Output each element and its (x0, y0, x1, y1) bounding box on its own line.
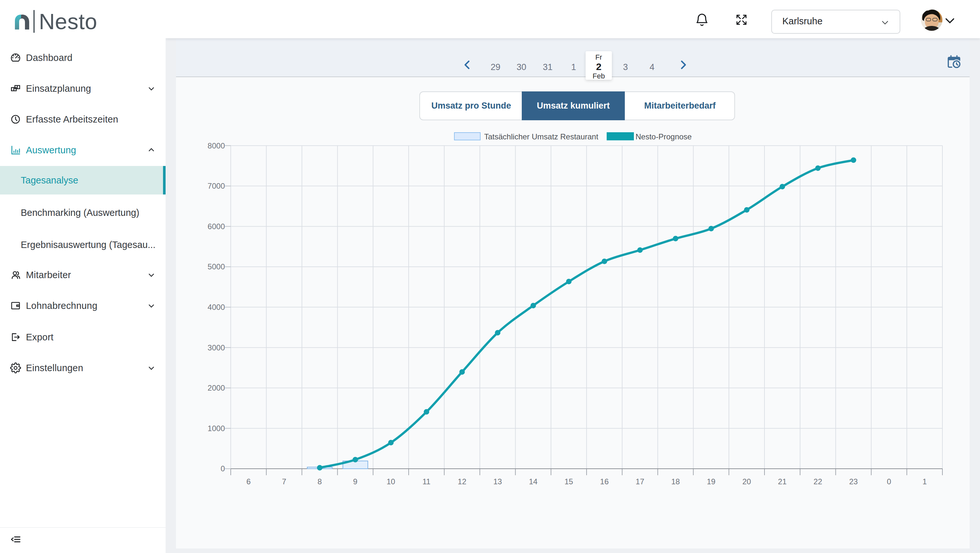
svg-text:8: 8 (318, 477, 322, 486)
svg-text:13: 13 (493, 477, 502, 486)
svg-text:Nesto: Nesto (39, 9, 97, 34)
svg-text:18: 18 (671, 477, 680, 486)
svg-text:2000: 2000 (208, 384, 225, 392)
svg-text:4000: 4000 (208, 303, 225, 311)
svg-text:6: 6 (246, 477, 250, 486)
svg-text:9: 9 (353, 477, 358, 486)
svg-text:3000: 3000 (208, 343, 225, 352)
svg-text:5000: 5000 (208, 262, 225, 271)
svg-text:7000: 7000 (208, 182, 225, 190)
svg-text:20: 20 (743, 477, 751, 486)
svg-text:19: 19 (707, 477, 716, 486)
svg-text:12: 12 (458, 477, 466, 486)
svg-text:16: 16 (600, 477, 609, 486)
svg-text:22: 22 (813, 477, 822, 486)
svg-text:1: 1 (922, 477, 926, 486)
svg-text:8000: 8000 (208, 141, 225, 150)
svg-text:1000: 1000 (208, 424, 225, 433)
svg-text:15: 15 (565, 477, 573, 486)
svg-text:0: 0 (221, 464, 225, 473)
svg-text:14: 14 (529, 477, 538, 486)
svg-text:7: 7 (282, 477, 286, 486)
svg-text:11: 11 (422, 477, 430, 486)
svg-text:6000: 6000 (208, 222, 225, 231)
svg-text:17: 17 (635, 477, 644, 486)
svg-text:23: 23 (849, 477, 858, 486)
svg-text:0: 0 (887, 477, 891, 486)
svg-text:21: 21 (778, 477, 787, 486)
svg-text:10: 10 (387, 477, 395, 486)
